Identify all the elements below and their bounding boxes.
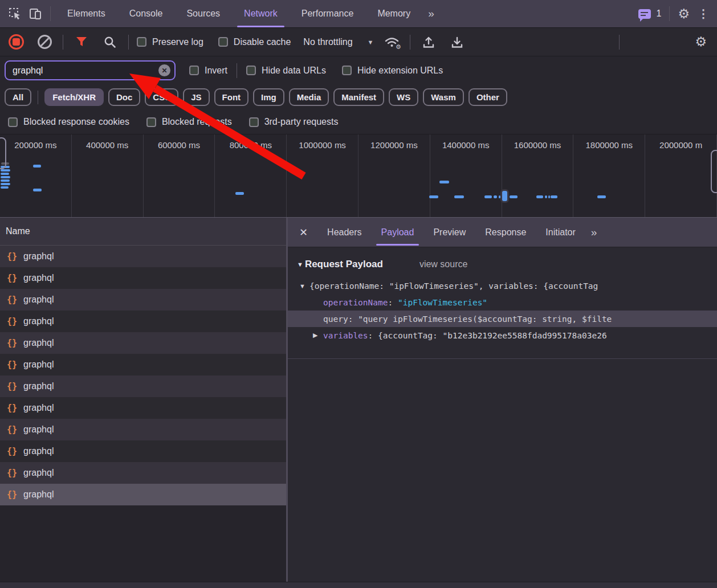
timeline-request-bar[interactable] [429, 195, 438, 198]
payload-line[interactable]: query: "query ipFlowTimeseries($accountT… [288, 311, 717, 327]
chip-ws[interactable]: WS [389, 88, 418, 106]
request-row[interactable]: {}graphql [0, 267, 286, 289]
details-tab-response[interactable]: Response [475, 218, 536, 247]
chip-img[interactable]: Img [253, 88, 284, 106]
disable-cache-checkbox[interactable]: Disable cache [218, 37, 291, 47]
import-har-button[interactable] [418, 32, 439, 52]
more-tabs-button[interactable]: » [422, 7, 439, 20]
tab-performance[interactable]: Performance [290, 0, 366, 27]
clear-network-log-button[interactable] [34, 32, 55, 52]
request-row[interactable]: {}graphql [0, 354, 286, 375]
timeline-request-bar[interactable] [454, 195, 464, 198]
chip-css[interactable]: CSS [145, 88, 178, 106]
chip-media[interactable]: Media [289, 88, 329, 106]
timeline-right-grip[interactable] [711, 150, 717, 193]
timeline-request-bar[interactable] [551, 195, 557, 198]
tab-sources[interactable]: Sources [174, 0, 232, 27]
details-tab-payload[interactable]: Payload [372, 218, 424, 247]
chip-wasm[interactable]: Wasm [423, 88, 464, 106]
preserve-log-checkbox[interactable]: Preserve log [137, 37, 203, 47]
filter-button[interactable] [71, 32, 92, 52]
timeline-selected-request-bar[interactable] [502, 191, 507, 201]
funnel-icon [76, 36, 87, 47]
timeline-request-bar[interactable] [1, 183, 10, 185]
timeline-request-bar[interactable] [1, 179, 10, 182]
timeline-request-bar[interactable] [545, 195, 547, 198]
request-row[interactable]: {}graphql [0, 462, 286, 484]
more-details-tabs-button[interactable]: » [585, 226, 602, 239]
disclosure-expanded-icon[interactable]: ▼ [299, 283, 309, 289]
request-row[interactable]: {}graphql [0, 289, 286, 311]
request-row[interactable]: {}graphql [0, 397, 286, 419]
timeline-request-bar[interactable] [235, 192, 244, 195]
payload-line[interactable]: operationName: "ipFlowTimeseries" [288, 294, 717, 311]
timeline-request-bar[interactable] [499, 195, 500, 198]
chip-other[interactable]: Other [469, 88, 507, 106]
filter-input[interactable] [8, 66, 158, 76]
tab-network[interactable]: Network [232, 0, 290, 27]
chip-js[interactable]: JS [183, 88, 209, 106]
fetch-braces-icon: {} [7, 295, 17, 305]
timeline-request-bar[interactable] [494, 195, 497, 198]
timeline-left-grip[interactable] [0, 137, 6, 169]
request-row[interactable]: {}graphql [0, 419, 286, 440]
request-row[interactable]: {}graphql [0, 440, 286, 462]
name-column-header[interactable]: Name [0, 218, 286, 246]
network-settings-gear-icon[interactable]: ⚙ [695, 35, 707, 48]
timeline-request-bar[interactable] [1, 169, 10, 172]
tab-console[interactable]: Console [117, 0, 175, 27]
request-row[interactable]: {}graphql [0, 311, 286, 332]
invert-checkbox[interactable]: Invert [189, 66, 227, 76]
inspect-element-button[interactable] [5, 3, 25, 24]
timeline-request-bar[interactable] [33, 165, 41, 168]
device-toolbar-button[interactable] [25, 3, 46, 24]
throttling-select[interactable]: No throttling ▼ [299, 37, 373, 47]
timeline-request-bar[interactable] [548, 195, 550, 198]
hide-data-urls-checkbox[interactable]: Hide data URLs [246, 66, 326, 76]
timeline-request-bar[interactable] [1, 186, 9, 189]
chip-doc[interactable]: Doc [108, 88, 140, 106]
issues-button[interactable]: 1 [638, 9, 661, 19]
request-row[interactable]: {}graphql [0, 375, 286, 397]
view-source-link[interactable]: view source [419, 259, 467, 270]
timeline-request-bar[interactable] [439, 181, 449, 183]
request-payload-header[interactable]: ▼ Request Payload view source [288, 255, 717, 274]
chip-font[interactable]: Font [214, 88, 248, 106]
timeline-request-bar[interactable] [510, 195, 518, 198]
blocked-response-cookies-checkbox[interactable]: Blocked response cookies [8, 117, 129, 127]
chip-all[interactable]: All [5, 88, 31, 106]
timeline-request-bar[interactable] [1, 176, 10, 178]
clear-filter-icon[interactable]: ✕ [158, 64, 170, 76]
chip-manifest[interactable]: Manifest [333, 88, 384, 106]
tab-elements[interactable]: Elements [55, 0, 117, 27]
details-tab-preview[interactable]: Preview [423, 218, 475, 247]
settings-gear-icon[interactable]: ⚙ [678, 7, 690, 21]
timeline-request-bar[interactable] [484, 195, 492, 198]
request-row[interactable]: {}graphql [0, 332, 286, 354]
payload-line[interactable]: ▶variables: {accountTag: "b12e3b2192ee55… [288, 327, 717, 344]
tab-memory[interactable]: Memory [365, 0, 422, 27]
timeline-request-bar[interactable] [33, 189, 42, 191]
kebab-menu-icon[interactable]: ⋮ [698, 7, 709, 21]
disclosure-collapsed-icon[interactable]: ▶ [313, 332, 323, 339]
timeline-request-bar[interactable] [1, 173, 9, 175]
search-button[interactable] [100, 32, 120, 52]
details-tab-headers[interactable]: Headers [317, 218, 371, 247]
close-icon[interactable]: ✕ [288, 226, 317, 239]
third-party-requests-checkbox[interactable]: 3rd-party requests [249, 117, 339, 127]
timeline-request-bar[interactable] [597, 195, 606, 198]
blocked-requests-checkbox[interactable]: Blocked requests [146, 117, 232, 127]
timeline-request-bar[interactable] [536, 195, 543, 198]
request-payload-title: Request Payload [305, 259, 383, 270]
chip-fetch-xhr[interactable]: Fetch/XHR [44, 88, 104, 106]
export-har-button[interactable] [447, 32, 467, 52]
details-tab-initiator[interactable]: Initiator [536, 218, 585, 247]
network-conditions-button[interactable]: ⚙ [381, 32, 402, 52]
timeline-columns: 200000 ms400000 ms600000 ms800000 ms1000… [0, 134, 717, 219]
request-row[interactable]: {}graphql [0, 246, 286, 267]
payload-line[interactable]: ▼{operationName: "ipFlowTimeseries", var… [288, 277, 717, 294]
network-overview-timeline[interactable]: 200000 ms400000 ms600000 ms800000 ms1000… [0, 134, 717, 219]
hide-extension-urls-checkbox[interactable]: Hide extension URLs [342, 66, 443, 76]
record-network-log-button[interactable] [6, 32, 26, 52]
request-row[interactable]: {}graphql [0, 484, 286, 505]
